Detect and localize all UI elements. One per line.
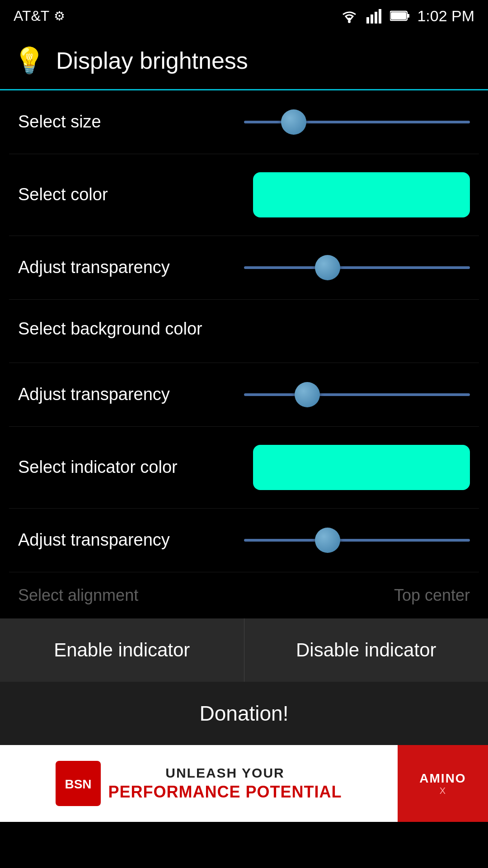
select-alignment-row: Select alignment Top center [9,572,479,618]
status-icons: 1:02 PM [339,7,474,25]
ad-line1: UNLEASH YOUR [165,765,284,781]
adjust-transparency-2-label: Adjust transparency [18,383,190,406]
select-indicator-color-row: Select indicator color [9,427,479,509]
adjust-transparency-3-label: Adjust transparency [18,529,190,551]
select-indicator-color-control [190,445,470,490]
svg-rect-1 [366,17,369,24]
ad-content-right: AMINO X [398,745,488,822]
carrier-info: AT&T ⚙ [14,8,65,24]
size-slider[interactable] [244,108,470,136]
ad-brand-logo: BSN [56,761,101,806]
svg-rect-3 [375,12,377,24]
select-indicator-color-label: Select indicator color [18,456,190,478]
color-picker-box[interactable] [253,172,470,217]
select-color-label: Select color [18,184,190,206]
transparency-3-slider-track [244,539,470,542]
time-display: 1:02 PM [417,7,474,25]
transparency-3-slider[interactable] [244,527,470,554]
adjust-transparency-1-label: Adjust transparency [18,256,190,278]
size-slider-thumb[interactable] [281,109,306,135]
enable-indicator-button[interactable]: Enable indicator [0,618,244,682]
app-header: 💡 Display brightness [0,32,488,90]
transparency-2-slider[interactable] [244,381,470,408]
transparency-2-slider-track [244,393,470,396]
app-title: Display brightness [56,47,248,74]
carrier-name: AT&T [14,8,49,24]
signal-icon [366,8,383,24]
select-background-color-row: Select background color [9,300,479,363]
status-bar: AT&T ⚙ 1:02 PM [0,0,488,32]
select-size-label: Select size [18,111,190,133]
route-icon: ⚙ [54,9,65,24]
svg-point-0 [348,20,351,23]
app-icon: 💡 [14,46,45,75]
svg-rect-7 [391,12,406,19]
adjust-transparency-1-control [190,254,470,281]
select-size-control [190,108,470,136]
svg-rect-2 [371,14,373,24]
ad-right-brand: AMINO X [412,767,473,801]
adjust-transparency-2-control [190,381,470,408]
adjust-transparency-1-row: Adjust transparency [9,236,479,300]
ad-line2: PERFORMANCE POTENTIAL [108,783,342,802]
adjust-transparency-2-row: Adjust transparency [9,363,479,427]
bottom-action-buttons: Enable indicator Disable indicator [0,618,488,682]
disable-indicator-button[interactable]: Disable indicator [244,618,488,682]
transparency-2-slider-thumb[interactable] [295,382,320,407]
adjust-transparency-3-row: Adjust transparency [9,509,479,572]
ad-text-content: UNLEASH YOUR PERFORMANCE POTENTIAL [108,765,342,802]
battery-icon [390,10,410,22]
ad-banner[interactable]: BSN UNLEASH YOUR PERFORMANCE POTENTIAL A… [0,745,488,822]
select-size-row: Select size [9,90,479,154]
select-alignment-label: Select alignment [18,586,138,605]
svg-rect-4 [379,9,381,24]
select-color-row: Select color [9,154,479,236]
donation-button[interactable]: Donation! [0,682,488,745]
size-slider-track [244,121,470,123]
transparency-3-slider-thumb[interactable] [315,528,340,553]
svg-text:BSN: BSN [65,777,92,791]
indicator-color-picker-box[interactable] [253,445,470,490]
transparency-1-slider[interactable] [244,254,470,281]
select-color-control [190,172,470,217]
select-alignment-value: Top center [394,586,470,605]
wifi-icon [339,8,359,24]
transparency-1-slider-thumb[interactable] [315,255,340,280]
ad-content-left: BSN UNLEASH YOUR PERFORMANCE POTENTIAL [0,745,398,822]
transparency-1-slider-track [244,266,470,269]
settings-content: Select size Select color Adjust transpar… [0,90,488,618]
svg-rect-6 [407,14,409,18]
adjust-transparency-3-control [190,527,470,554]
select-background-color-label: Select background color [18,319,202,338]
